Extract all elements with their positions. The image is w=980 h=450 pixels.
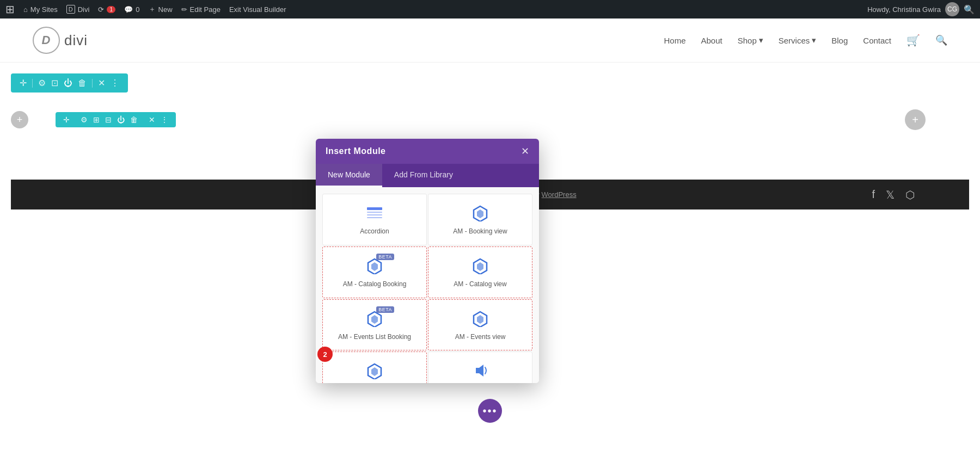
- insert-module-modal: Insert Module ✕ New Module Add From Libr…: [316, 139, 539, 383]
- accordion-label: Accordion: [360, 227, 389, 236]
- section-disable-icon[interactable]: ⏻: [64, 78, 72, 88]
- modal-body: Accordion AM - Booking view: [316, 187, 539, 383]
- row-layout-icon[interactable]: ⊞: [93, 115, 100, 124]
- svg-marker-15: [371, 367, 378, 376]
- svg-rect-3: [367, 217, 382, 218]
- divider: [32, 79, 33, 88]
- row-more-icon[interactable]: ⋮: [161, 115, 168, 124]
- accordion-icon-wrap: [365, 203, 384, 223]
- modal-header: Insert Module ✕: [316, 139, 539, 164]
- section-add-icon[interactable]: ✛: [20, 78, 27, 88]
- updates-menu[interactable]: ⟳ 1: [98, 5, 115, 14]
- nav-blog[interactable]: Blog: [831, 36, 848, 45]
- comments-icon: 💬: [124, 5, 133, 14]
- modal-title: Insert Module: [326, 146, 386, 156]
- modal-close-button[interactable]: ✕: [521, 146, 529, 156]
- wordpress-link[interactable]: WordPress: [542, 190, 577, 199]
- row-add-icon[interactable]: ✛: [63, 115, 70, 124]
- section-delete-icon[interactable]: 🗑: [78, 78, 87, 88]
- instagram-icon[interactable]: ⬡: [905, 188, 915, 201]
- avatar[interactable]: CG: [945, 2, 959, 16]
- am-catalog-icon: [471, 257, 489, 274]
- logo-letter: D: [42, 33, 51, 47]
- add-section-right[interactable]: +: [905, 109, 926, 130]
- am-events-view-label: AM - Events view: [455, 332, 506, 342]
- svg-marker-7: [371, 262, 378, 271]
- section-close-icon[interactable]: ✕: [98, 78, 105, 88]
- admin-search-icon[interactable]: 🔍: [964, 4, 975, 15]
- facebook-icon[interactable]: f: [872, 188, 875, 201]
- comments-menu[interactable]: 💬 0: [124, 5, 139, 14]
- edit-page-button[interactable]: ✏ Edit Page: [181, 5, 220, 14]
- nav-shop[interactable]: Shop ▾: [738, 35, 763, 45]
- plus-icon: ＋: [149, 4, 156, 14]
- new-content-menu[interactable]: ＋ New: [149, 4, 173, 14]
- module-am-catalog-view[interactable]: AM - Catalog view: [428, 246, 532, 298]
- section-more-icon[interactable]: ⋮: [111, 78, 119, 88]
- tab-new-module[interactable]: New Module: [316, 164, 382, 187]
- page-wrapper: D divi Home About Shop ▾ Services ▾ Blog…: [0, 19, 980, 450]
- accordion-icon: [366, 204, 383, 221]
- audio-icon: [471, 362, 489, 379]
- exit-builder-button[interactable]: Exit Visual Builder: [229, 5, 286, 14]
- row-settings-icon[interactable]: ⚙: [81, 115, 88, 124]
- divider: [92, 79, 93, 88]
- module-grid: Accordion AM - Booking view: [322, 194, 532, 383]
- fab-button[interactable]: •••: [478, 399, 502, 423]
- admin-bar: ⊞ ⌂ My Sites D Divi ⟳ 1 💬 0 ＋ New ✏ Edit…: [0, 0, 980, 19]
- divi-menu[interactable]: D Divi: [66, 5, 90, 14]
- am-step-booking-icon: [366, 362, 383, 379]
- wp-icon: ⊞: [5, 3, 15, 16]
- module-am-catalog-booking[interactable]: BETA AM - Catalog Booking: [322, 246, 427, 298]
- wp-logo[interactable]: ⊞: [5, 3, 15, 16]
- module-am-events-view[interactable]: AM - Events view: [428, 299, 532, 351]
- pencil-icon: ✏: [181, 5, 187, 14]
- am-catalog-booking-icon-wrap: BETA: [365, 256, 384, 275]
- my-sites-menu[interactable]: ⌂ My Sites: [23, 5, 58, 14]
- svg-marker-13: [477, 315, 483, 324]
- site-nav: Home About Shop ▾ Services ▾ Blog Contac…: [664, 34, 947, 47]
- step-badge-2: 2: [317, 347, 333, 362]
- nav-about[interactable]: About: [701, 36, 722, 45]
- admin-bar-right: Howdy, Christina Gwira CG 🔍: [867, 2, 975, 16]
- module-am-events-list-booking[interactable]: BETA AM - Events List Booking: [322, 299, 427, 351]
- am-booking-icon: [471, 204, 489, 221]
- am-booking-view-label: AM - Booking view: [453, 227, 507, 236]
- nav-home[interactable]: Home: [664, 36, 685, 45]
- nav-services[interactable]: Services ▾: [779, 35, 817, 45]
- logo-text: divi: [64, 32, 88, 49]
- svg-marker-9: [477, 262, 483, 271]
- row-disable-icon[interactable]: ⏻: [117, 115, 125, 124]
- footer-social: f 𝕏 ⬡: [872, 188, 915, 201]
- twitter-icon[interactable]: 𝕏: [886, 188, 895, 201]
- builder-area: ✛ ⚙ ⊡ ⏻ 🗑 ✕ ⋮ + ✛ ⚙ ⊞ ⊟ ⏻ 🗑 ✕ ⋮: [0, 63, 980, 335]
- cart-icon[interactable]: 🛒: [906, 34, 920, 47]
- svg-marker-16: [476, 365, 483, 377]
- logo-circle: D: [33, 27, 60, 54]
- section-settings-icon[interactable]: ⚙: [38, 78, 46, 88]
- svg-marker-5: [477, 209, 483, 218]
- am-events-icon: [471, 310, 489, 327]
- am-events-icon-wrap: [470, 309, 490, 328]
- module-am-booking-view[interactable]: AM - Booking view: [428, 194, 532, 245]
- module-am-step-booking[interactable]: 2 AM - Step Booking: [322, 352, 427, 383]
- svg-rect-0: [367, 207, 382, 210]
- row-grid-icon[interactable]: ⊟: [105, 115, 112, 124]
- row-delete-icon[interactable]: 🗑: [130, 115, 138, 124]
- am-catalog-icon-wrap: [470, 256, 490, 275]
- nav-contact[interactable]: Contact: [863, 36, 891, 45]
- add-section-left[interactable]: +: [11, 111, 28, 128]
- sites-icon: ⌂: [23, 5, 28, 14]
- nav-search-icon[interactable]: 🔍: [935, 34, 947, 46]
- updates-icon: ⟳: [98, 5, 104, 14]
- updates-count: 1: [107, 6, 115, 13]
- row-close-icon[interactable]: ✕: [149, 115, 155, 124]
- am-catalog-booking-label: AM - Catalog Booking: [343, 280, 407, 289]
- module-audio[interactable]: Audio: [428, 352, 532, 383]
- am-booking-icon-wrap: [470, 203, 490, 223]
- beta-badge: BETA: [376, 254, 394, 260]
- section-layout-icon[interactable]: ⊡: [51, 78, 58, 88]
- module-accordion[interactable]: Accordion: [322, 194, 427, 245]
- divi-icon: D: [66, 5, 75, 14]
- tab-add-from-library[interactable]: Add From Library: [382, 164, 465, 187]
